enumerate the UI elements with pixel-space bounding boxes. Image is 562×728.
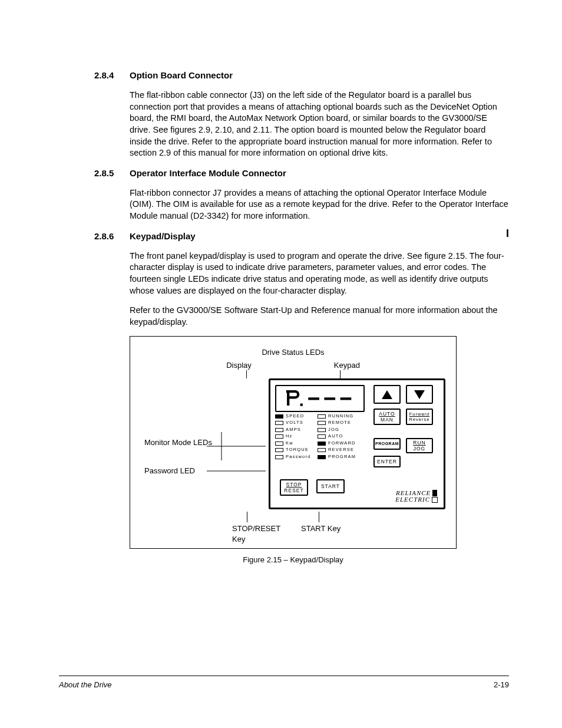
brand-logo: RELIANCE ELECTRIC	[395, 490, 438, 503]
program-key[interactable]: PROGRAM	[373, 438, 401, 450]
triangle-down-icon	[414, 390, 425, 399]
start-key[interactable]: START	[316, 479, 345, 493]
svg-rect-4	[308, 398, 319, 400]
section-number: 2.8.5	[94, 167, 130, 179]
triangle-up-icon	[382, 390, 392, 399]
section-heading: 2.8.4 Option Board Connector	[94, 70, 509, 81]
paragraph: Refer to the GV3000/SE Software Start-Up…	[130, 305, 509, 328]
section-heading: 2.8.5 Operator Interface Module Connecto…	[94, 167, 509, 179]
logo-square-icon	[432, 497, 438, 503]
section-number: 2.8.4	[94, 70, 130, 81]
enter-key[interactable]: ENTER	[373, 456, 401, 467]
arrow-down-key[interactable]	[406, 385, 433, 404]
run-jog-key[interactable]: RUNJOG	[406, 438, 433, 453]
footer-rule	[59, 676, 509, 676]
callout-stop-reset-key: STOP/RESET Key	[232, 523, 291, 544]
svg-rect-3	[300, 404, 303, 406]
logo-block-icon	[432, 490, 437, 496]
section-title: Operator Interface Module Connector	[130, 167, 286, 179]
paragraph: The flat-ribbon cable connector (J3) on …	[130, 90, 509, 159]
callout-monitor-leds: Monitor Mode LEDs	[144, 438, 212, 448]
section-title: Keypad/Display	[130, 230, 196, 242]
section-title: Option Board Connector	[130, 70, 233, 81]
page-footer: About the Drive 2-19	[59, 680, 509, 690]
footer-page-number: 2-19	[494, 680, 509, 690]
stop-reset-key[interactable]: STOPRESET	[280, 479, 308, 496]
change-bar-icon: I	[506, 226, 509, 241]
figure: Monitor Mode LEDs Password LED Drive Sta…	[130, 336, 509, 565]
callout-display: Display	[226, 360, 252, 371]
keypad-panel: SPEEDRUNNING VOLTSREMOTE AMPSJOG HzAUTO …	[269, 378, 445, 509]
callout-password-led: Password LED	[144, 466, 195, 476]
forward-reverse-key[interactable]: ForwardReverse	[406, 409, 433, 425]
footer-section-title: About the Drive	[59, 680, 112, 690]
led-status-grid: SPEEDRUNNING VOLTSREMOTE AMPSJOG HzAUTO …	[275, 413, 365, 460]
arrow-up-key[interactable]	[373, 385, 401, 404]
figure-caption: Figure 2.15 – Keypad/Display	[130, 555, 457, 565]
section-number: 2.8.6	[94, 230, 130, 242]
callout-start-key: START Key	[301, 523, 340, 534]
paragraph: Flat-ribbon connector J7 provides a mean…	[130, 187, 509, 222]
section-heading: 2.8.6 Keypad/Display	[94, 230, 509, 242]
svg-rect-6	[340, 398, 352, 400]
callout-keypad: Keypad	[334, 360, 360, 371]
auto-man-key[interactable]: AUTOMAN	[373, 409, 401, 425]
svg-rect-5	[325, 398, 336, 400]
paragraph: The front panel keypad/display is used t…	[130, 251, 509, 297]
seven-segment-display	[275, 385, 365, 412]
callout-drive-status-leds: Drive Status LEDs	[141, 347, 445, 358]
